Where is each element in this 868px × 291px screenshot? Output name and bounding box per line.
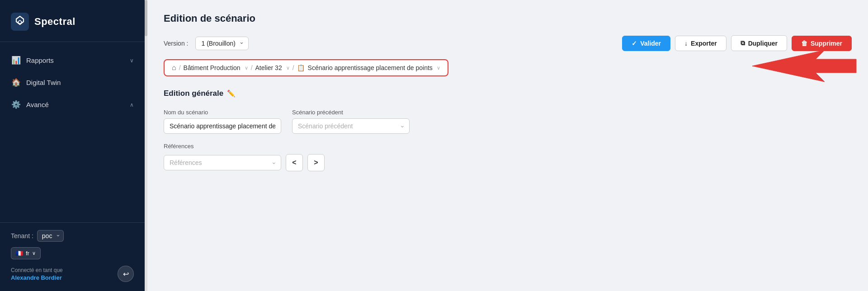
sidebar-logo: Spectral xyxy=(0,0,145,42)
language-button[interactable]: 🇫🇷 fr ∨ xyxy=(11,247,41,259)
scenario-chevron-icon: ∨ xyxy=(437,65,440,71)
sidebar-item-digital-twin[interactable]: 🏠 Digital Twin xyxy=(0,71,145,94)
section-title-text: Edition générale xyxy=(164,89,223,98)
ref-prev-button[interactable]: < xyxy=(286,154,303,171)
annotation-arrow xyxy=(743,46,861,91)
chevron-right-icon: > xyxy=(314,159,318,167)
supprimer-button[interactable]: 🗑 Supprimer xyxy=(792,36,852,51)
user-info: Connecté en tant que Alexandre Bordier xyxy=(11,267,63,281)
rapports-chevron-icon: ∨ xyxy=(130,57,134,64)
exporter-button[interactable]: ↓ Exporter xyxy=(675,36,726,51)
breadcrumb-sep-1: / xyxy=(251,64,253,71)
dupliquer-label: Dupliquer xyxy=(748,40,778,47)
form-row-2: Références Références < > xyxy=(164,143,852,171)
duplicate-icon: ⧉ xyxy=(741,39,745,47)
scenario-book-icon: 📋 xyxy=(297,64,305,71)
rapports-label: Rapports xyxy=(26,56,54,64)
avance-chevron-icon: ∧ xyxy=(130,102,134,108)
references-label: Références xyxy=(164,143,325,150)
batiment-label: Bâtiment Production xyxy=(184,64,241,71)
references-group: Références Références < > xyxy=(164,143,325,171)
breadcrumb-section: ⌂ / Bâtiment Production ∨ / Atelier 32 ∨… xyxy=(164,59,852,89)
version-label: Version : xyxy=(164,40,188,47)
logout-icon: ↩ xyxy=(123,270,129,278)
home-icon[interactable]: ⌂ xyxy=(172,64,176,72)
user-avatar-button[interactable]: ↩ xyxy=(118,266,134,282)
nom-label: Nom du scénario xyxy=(164,109,281,116)
sidebar: Spectral 📊 Rapports ∨ 🏠 Digital Twin ⚙️ … xyxy=(0,0,145,291)
references-select-wrap[interactable]: Références xyxy=(164,155,281,170)
atelier-chevron-icon: ∨ xyxy=(286,65,290,71)
nom-input[interactable] xyxy=(164,118,281,134)
breadcrumb-item-batiment[interactable]: Bâtiment Production ∨ xyxy=(184,64,248,71)
tenant-label: Tenant : xyxy=(11,232,33,239)
digital-twin-icon: 🏠 xyxy=(11,78,21,87)
version-select[interactable]: 1 (Brouillon) xyxy=(195,37,249,50)
tenant-select[interactable]: poc xyxy=(37,230,64,242)
breadcrumb-item-atelier[interactable]: Atelier 32 ∨ xyxy=(255,64,290,71)
valider-check-icon: ✓ xyxy=(632,40,637,47)
atelier-label: Atelier 32 xyxy=(255,64,282,71)
toolbar-row: Version : 1 (Brouillon) ✓ Valider ↓ Expo… xyxy=(164,35,852,51)
lang-chevron-icon: ∨ xyxy=(32,250,36,256)
breadcrumb-sep-0: / xyxy=(179,64,181,71)
references-row: Références < > xyxy=(164,154,325,171)
avance-icon: ⚙️ xyxy=(11,100,21,109)
rapports-icon: 📊 xyxy=(11,56,21,65)
spectral-logo-icon xyxy=(11,13,29,31)
export-icon: ↓ xyxy=(684,40,688,47)
batiment-chevron-icon: ∨ xyxy=(245,65,248,71)
digital-twin-label: Digital Twin xyxy=(26,79,61,86)
main-content: Edition de scénario Version : 1 (Brouill… xyxy=(147,0,868,291)
references-select[interactable]: Références xyxy=(164,155,281,170)
connected-label: Connecté en tant que xyxy=(11,267,63,273)
dupliquer-button[interactable]: ⧉ Dupliquer xyxy=(731,35,787,51)
chevron-left-icon: < xyxy=(292,159,296,167)
sidebar-item-avance[interactable]: ⚙️ Avancé ∧ xyxy=(0,94,145,116)
section-title: Edition générale ✏️ xyxy=(164,89,852,98)
user-row: Connecté en tant que Alexandre Bordier ↩ xyxy=(11,266,134,282)
exporter-label: Exporter xyxy=(691,40,717,47)
lang-row: 🇫🇷 fr ∨ xyxy=(11,247,134,259)
user-name: Alexandre Bordier xyxy=(11,274,63,281)
scenario-label: Scénario apprentissage placement de poin… xyxy=(308,64,433,71)
scenario-precedent-group: Scénario précédent Scénario précédent xyxy=(292,109,410,134)
ref-next-button[interactable]: > xyxy=(307,154,325,171)
language-code: fr xyxy=(26,250,29,257)
valider-label: Valider xyxy=(640,40,661,47)
flag-icon: 🇫🇷 xyxy=(16,250,23,257)
tenant-row: Tenant : poc xyxy=(11,230,134,242)
version-select-wrap[interactable]: 1 (Brouillon) xyxy=(195,37,249,50)
edit-icon[interactable]: ✏️ xyxy=(227,89,236,98)
supprimer-label: Supprimer xyxy=(811,40,842,47)
svg-rect-0 xyxy=(11,13,29,31)
breadcrumb-item-scenario[interactable]: 📋 Scénario apprentissage placement de po… xyxy=(297,64,440,71)
scenario-precedent-select-wrap[interactable]: Scénario précédent xyxy=(292,118,410,134)
sidebar-item-rapports[interactable]: 📊 Rapports ∨ xyxy=(0,49,145,71)
breadcrumb-sep-2: / xyxy=(292,64,294,71)
sidebar-nav: 📊 Rapports ∨ 🏠 Digital Twin ⚙️ Avancé ∧ xyxy=(0,46,145,222)
app-name: Spectral xyxy=(34,16,75,28)
tenant-select-wrap[interactable]: poc xyxy=(37,230,64,242)
scenario-precedent-select[interactable]: Scénario précédent xyxy=(292,118,410,134)
breadcrumb: ⌂ / Bâtiment Production ∨ / Atelier 32 ∨… xyxy=(164,59,448,76)
trash-icon: 🗑 xyxy=(801,40,807,47)
valider-button[interactable]: ✓ Valider xyxy=(622,36,670,51)
scenario-precedent-label: Scénario précédent xyxy=(292,109,410,116)
page-title: Edition de scénario xyxy=(164,13,852,24)
form-row-1: Nom du scénario Scénario précédent Scéna… xyxy=(164,109,852,134)
sidebar-bottom: Tenant : poc 🇫🇷 fr ∨ Connecté en tant qu… xyxy=(0,222,145,291)
svg-marker-1 xyxy=(752,50,856,82)
nom-scenario-group: Nom du scénario xyxy=(164,109,281,134)
avance-label: Avancé xyxy=(26,101,49,108)
